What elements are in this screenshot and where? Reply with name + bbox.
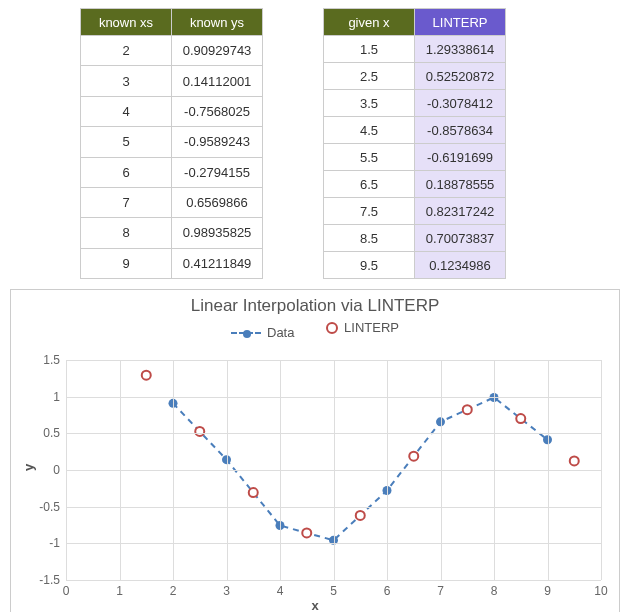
table-cell: 0.70073837 xyxy=(415,225,506,252)
x-tick: 6 xyxy=(384,584,391,598)
x-tick: 0 xyxy=(63,584,70,598)
table-cell: 0.1234986 xyxy=(415,252,506,279)
table-cell: -0.3078412 xyxy=(415,90,506,117)
table-cell: 1.29338614 xyxy=(415,36,506,63)
table-row: 8.50.70073837 xyxy=(324,225,506,252)
y-tick: 1 xyxy=(53,390,60,404)
table-cell: 8 xyxy=(81,218,172,248)
table-cell: 0.6569866 xyxy=(172,187,263,217)
table-row: 2.50.52520872 xyxy=(324,63,506,90)
table-row: 4.5-0.8578634 xyxy=(324,117,506,144)
linterp-point xyxy=(249,488,258,497)
table-cell: 0.82317242 xyxy=(415,198,506,225)
table-row: 5-0.9589243 xyxy=(81,127,263,157)
table-cell: 2.5 xyxy=(324,63,415,90)
known-ys-header: known ys xyxy=(172,9,263,36)
table-row: 20.90929743 xyxy=(81,36,263,66)
legend-linterp-ring-icon xyxy=(326,322,338,334)
table-cell: 6.5 xyxy=(324,171,415,198)
table-row: 4-0.7568025 xyxy=(81,96,263,126)
table-row: 30.14112001 xyxy=(81,66,263,96)
given-x-header: given x xyxy=(324,9,415,36)
table-cell: 5.5 xyxy=(324,144,415,171)
table-row: 3.5-0.3078412 xyxy=(324,90,506,117)
table-cell: 0.41211849 xyxy=(172,248,263,278)
chart-title: Linear Interpolation via LINTERP xyxy=(11,290,619,316)
table-cell: 8.5 xyxy=(324,225,415,252)
table-row: 6-0.2794155 xyxy=(81,157,263,187)
tables-row: known xs known ys 20.9092974330.14112001… xyxy=(10,8,620,279)
table-cell: 2 xyxy=(81,36,172,66)
table-cell: 3 xyxy=(81,66,172,96)
legend-data: Data xyxy=(231,325,294,340)
linterp-point xyxy=(570,456,579,465)
table-cell: 7.5 xyxy=(324,198,415,225)
table-cell: 0.90929743 xyxy=(172,36,263,66)
table-cell: 0.18878555 xyxy=(415,171,506,198)
table-row: 70.6569866 xyxy=(81,187,263,217)
x-tick: 8 xyxy=(491,584,498,598)
legend-data-line-icon xyxy=(231,332,261,334)
table-row: 90.41211849 xyxy=(81,248,263,278)
linterp-point xyxy=(195,427,204,436)
x-tick: 2 xyxy=(170,584,177,598)
table-row: 6.50.18878555 xyxy=(324,171,506,198)
y-tick: 0.5 xyxy=(43,426,60,440)
table-cell: 0.98935825 xyxy=(172,218,263,248)
table-cell: 4 xyxy=(81,96,172,126)
table-cell: 1.5 xyxy=(324,36,415,63)
table-cell: -0.9589243 xyxy=(172,127,263,157)
table-cell: 0.52520872 xyxy=(415,63,506,90)
linterp-point xyxy=(463,405,472,414)
table-cell: -0.8578634 xyxy=(415,117,506,144)
linterp-header: LINTERP xyxy=(415,9,506,36)
table-cell: 7 xyxy=(81,187,172,217)
table-row: 5.5-0.6191699 xyxy=(324,144,506,171)
x-tick: 10 xyxy=(594,584,607,598)
y-tick: -1.5 xyxy=(39,573,60,587)
y-tick: 0 xyxy=(53,463,60,477)
x-tick: 7 xyxy=(437,584,444,598)
linterp-point xyxy=(356,511,365,520)
table-cell: 5 xyxy=(81,127,172,157)
table-cell: 9 xyxy=(81,248,172,278)
table-cell: 6 xyxy=(81,157,172,187)
y-axis-label: y xyxy=(21,464,36,471)
x-axis-label: x xyxy=(311,598,318,612)
table-row: 80.98935825 xyxy=(81,218,263,248)
chart-container: Linear Interpolation via LINTERP Data LI… xyxy=(10,289,620,612)
x-tick: 5 xyxy=(330,584,337,598)
table-row: 7.50.82317242 xyxy=(324,198,506,225)
given-table: given x LINTERP 1.51.293386142.50.525208… xyxy=(323,8,506,279)
y-tick: -1 xyxy=(49,536,60,550)
linterp-point xyxy=(516,414,525,423)
table-cell: 3.5 xyxy=(324,90,415,117)
table-cell: 0.14112001 xyxy=(172,66,263,96)
known-xs-header: known xs xyxy=(81,9,172,36)
table-cell: 9.5 xyxy=(324,252,415,279)
x-tick: 4 xyxy=(277,584,284,598)
linterp-point xyxy=(409,452,418,461)
table-cell: 4.5 xyxy=(324,117,415,144)
chart-legend: Data LINTERP xyxy=(11,320,619,340)
legend-linterp-label: LINTERP xyxy=(344,320,399,335)
table-cell: -0.7568025 xyxy=(172,96,263,126)
x-tick: 3 xyxy=(223,584,230,598)
x-tick: 1 xyxy=(116,584,123,598)
linterp-point xyxy=(142,371,151,380)
y-tick: -0.5 xyxy=(39,500,60,514)
table-cell: -0.6191699 xyxy=(415,144,506,171)
table-cell: -0.2794155 xyxy=(172,157,263,187)
x-tick: 9 xyxy=(544,584,551,598)
table-row: 1.51.29338614 xyxy=(324,36,506,63)
y-tick: 1.5 xyxy=(43,353,60,367)
known-table: known xs known ys 20.9092974330.14112001… xyxy=(80,8,263,279)
legend-linterp: LINTERP xyxy=(326,320,399,335)
linterp-point xyxy=(302,528,311,537)
plot-area: 012345678910-1.5-1-0.500.511.5 xyxy=(66,360,601,580)
table-row: 9.50.1234986 xyxy=(324,252,506,279)
legend-data-dot-icon xyxy=(243,330,251,338)
legend-data-label: Data xyxy=(267,325,294,340)
